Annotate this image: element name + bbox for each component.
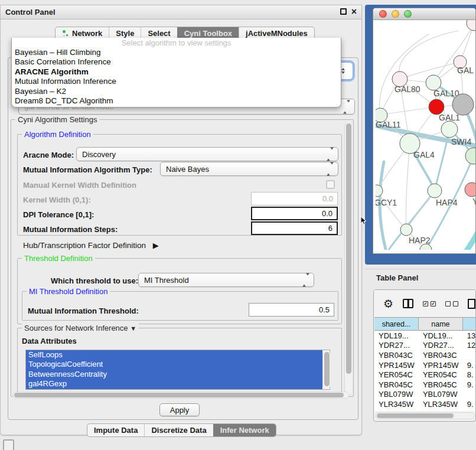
settings-vertical-scrollbar[interactable]: [344, 122, 352, 394]
table-row[interactable]: YDR27...YDR27...12: [374, 341, 476, 351]
mi-threshold-field[interactable]: 0.5: [249, 303, 334, 317]
network-node[interactable]: [467, 20, 476, 31]
table-cell: YBR043C: [419, 350, 463, 360]
algorithm-dropdown-placeholder: Select algorithm to view settings: [12, 38, 341, 48]
tab-discretize-data[interactable]: Discretize Data: [144, 424, 213, 436]
network-edge[interactable]: [406, 144, 410, 230]
table-row[interactable]: YER054CYER054C8.: [374, 370, 476, 380]
network-window: GALGAL80GAL10GAL1GAL11SWI4GAL4GCY1HAP4YH…: [373, 8, 476, 254]
table-hscroll-thumb[interactable]: [377, 413, 454, 418]
table-cell: 9.: [463, 380, 476, 390]
select-all-columns-icon[interactable]: ✓✓: [423, 301, 436, 306]
settings-scroll-thumb[interactable]: [346, 123, 351, 374]
table-cell: YDR27...: [374, 341, 419, 351]
table-cell: YBR045C: [419, 380, 463, 390]
which-threshold-label: Which threshold to use:: [51, 276, 138, 285]
table-cell: 12: [463, 341, 476, 351]
aracne-mode-combo[interactable]: Discovery: [76, 147, 338, 161]
float-panel-icon[interactable]: [340, 8, 347, 15]
network-edge[interactable]: [399, 31, 458, 79]
algorithm-option[interactable]: Dream8 DC_TDC Algorithm: [12, 96, 341, 106]
panel-corner-button[interactable]: [3, 439, 14, 450]
kernel-width-field[interactable]: 0.0: [251, 192, 338, 206]
minimize-traffic-light-icon[interactable]: [392, 10, 399, 18]
close-traffic-light-icon[interactable]: [379, 10, 387, 18]
table-cell: 9.: [463, 399, 476, 409]
data-attribute-item[interactable]: SelfLoops: [26, 350, 322, 360]
algorithm-option[interactable]: Basic Correlation Inference: [12, 57, 341, 67]
network-node[interactable]: [428, 184, 442, 198]
control-panel-titlebar: Control Panel ×: [1, 5, 361, 19]
table-cell: YIL052C: [419, 409, 463, 411]
network-edge[interactable]: [464, 221, 476, 250]
table-body: YDL19...YDL19...13YDR27...YDR27...12YBR0…: [374, 331, 476, 411]
mi-algorithm-type-combo[interactable]: Naive Bayes: [160, 162, 338, 176]
table-row[interactable]: YDL19...YDL19...13: [374, 331, 476, 341]
close-panel-icon[interactable]: ×: [351, 8, 357, 15]
data-attribute-item[interactable]: gal4RGexp: [26, 379, 322, 389]
table-cell: 9.: [463, 409, 476, 411]
attributes-vscrollbar[interactable]: [322, 351, 330, 389]
new-table-icon[interactable]: [468, 299, 475, 309]
algorithm-option[interactable]: ARACNE Algorithm: [12, 67, 341, 77]
column-header[interactable]: name: [419, 318, 463, 330]
table-cell: [463, 390, 476, 400]
table-row[interactable]: YBL079WYBL079W: [374, 390, 476, 400]
which-threshold-combo[interactable]: MI Threshold: [138, 273, 314, 287]
column-header[interactable]: shared...: [374, 318, 419, 330]
table-cell: YER054C: [419, 370, 463, 380]
table-cell: 8.: [463, 370, 476, 380]
zoom-traffic-light-icon[interactable]: [404, 10, 412, 18]
table-row[interactable]: YIL052CYIL052C9.: [374, 409, 476, 411]
dpi-tolerance-field[interactable]: 0.0: [251, 207, 338, 220]
table-cell: YIL052C: [374, 409, 419, 411]
network-node[interactable]: [465, 148, 476, 164]
network-canvas[interactable]: GALGAL80GAL10GAL1GAL11SWI4GAL4GCY1HAP4YH…: [376, 20, 476, 250]
table-cell: YBL079W: [419, 390, 463, 400]
attributes-hscrollbar[interactable]: [12, 392, 349, 399]
network-node[interactable]: [441, 121, 458, 138]
mi-threshold-group-title: MI Threshold Definition: [27, 287, 110, 296]
network-tab-icon: [62, 30, 69, 37]
expand-arrow-icon: ▶: [153, 241, 159, 250]
table-row[interactable]: YBR043CYBR043C: [374, 350, 476, 360]
panel-divider: [365, 269, 476, 269]
table-row[interactable]: YBR045CYBR045C9.: [374, 380, 476, 390]
algorithm-option[interactable]: Bayesian – K2: [12, 87, 341, 96]
node-label: GAL10: [433, 89, 459, 98]
attributes-scroll-thumb[interactable]: [324, 352, 330, 386]
table-row[interactable]: YLR345WYLR345W9.: [374, 399, 476, 409]
network-node[interactable]: [465, 182, 476, 197]
node-table: shared...name YDL19...YDL19...13YDR27...…: [374, 317, 476, 411]
algorithm-definition-title: Algorithm Definition: [22, 130, 93, 139]
tab-infer-network[interactable]: Infer Network: [213, 424, 276, 436]
mi-steps-field[interactable]: 6: [251, 221, 338, 235]
algorithm-option[interactable]: Bayesian – Hill Climbing: [12, 48, 341, 57]
network-node[interactable]: [400, 224, 412, 236]
network-node[interactable]: [452, 94, 474, 115]
gear-icon[interactable]: ⚙: [383, 298, 393, 309]
node-label: GAL80: [395, 84, 420, 94]
table-cell: YPR145W: [419, 360, 463, 370]
columns-icon[interactable]: [403, 299, 413, 308]
network-window-titlebar: [373, 8, 475, 20]
threshold-definition-title: Threshold Definition: [22, 254, 95, 263]
table-row[interactable]: YPR145WYPR145W9.: [374, 360, 476, 370]
data-attribute-item[interactable]: TopologicalCoefficient: [26, 360, 322, 369]
tab-impute-data[interactable]: Impute Data: [87, 424, 144, 436]
mi-threshold-label: Mutual Information Threshold:: [28, 306, 139, 315]
column-header[interactable]: [463, 318, 476, 330]
hub-definition-toggle[interactable]: Hub/Transcription Factor Definition ▶: [23, 241, 159, 250]
algorithm-option[interactable]: Mutual Information Inference: [12, 77, 341, 86]
deselect-all-columns-icon[interactable]: [445, 301, 458, 306]
spinner-up-icon: [341, 68, 345, 70]
algorithm-dropdown-popup: Select algorithm to view settings Bayesi…: [11, 38, 341, 107]
data-attribute-item[interactable]: BetweennessCentrality: [26, 370, 322, 379]
attributes-hscroll-thumb[interactable]: [14, 393, 344, 397]
control-panel: Control Panel × NetworkStyleSelectCyni T…: [0, 5, 362, 435]
apply-button[interactable]: Apply: [159, 403, 200, 416]
table-hscrollbar[interactable]: [375, 412, 475, 419]
manual-kernel-width-checkbox[interactable]: [326, 180, 335, 189]
network-edge[interactable]: [380, 107, 436, 115]
mouse-cursor: [360, 216, 368, 226]
